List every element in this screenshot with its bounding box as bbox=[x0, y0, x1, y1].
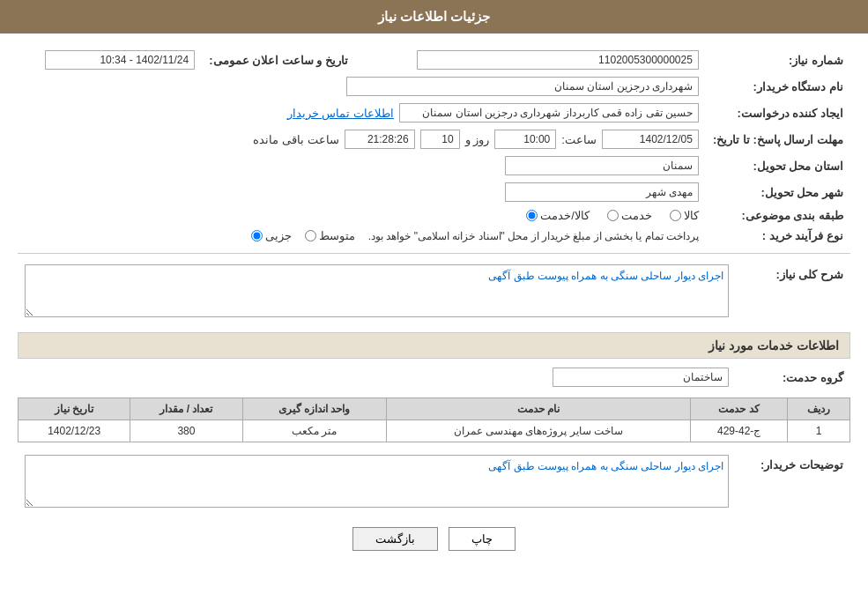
need-desc-textarea[interactable] bbox=[25, 264, 729, 317]
service-group-input[interactable] bbox=[553, 368, 729, 387]
creator-cell: اطلاعات تماس خریدار bbox=[18, 100, 706, 126]
deadline-remaining-label: ساعت باقی مانده bbox=[253, 133, 338, 146]
subject-kala-radio[interactable] bbox=[670, 210, 681, 221]
row-code: ج-42-429 bbox=[691, 420, 788, 442]
deadline-time-label: ساعت: bbox=[561, 133, 597, 146]
process-jozii-radio[interactable] bbox=[251, 230, 263, 241]
process-motavasset-label: متوسط bbox=[319, 229, 355, 242]
city-cell bbox=[18, 179, 706, 205]
creator-input[interactable] bbox=[399, 103, 699, 123]
process-jozii-item: جزیی bbox=[251, 229, 292, 242]
main-content: شماره نیاز: تاریخ و ساعت اعلان عمومی: نا… bbox=[0, 33, 868, 573]
service-group-cell bbox=[18, 364, 736, 390]
need-number-cell bbox=[373, 47, 706, 73]
creator-label: ایجاد کننده درخواست: bbox=[706, 100, 850, 126]
process-label: نوع فرآیند خرید : bbox=[706, 226, 850, 246]
process-notice: پرداخت تمام یا بخشی از مبلغ خریدار از مح… bbox=[368, 230, 699, 242]
deadline-remaining-input[interactable] bbox=[345, 130, 415, 149]
subject-label: طبقه بندی موضوعی: bbox=[706, 205, 850, 226]
process-cell: پرداخت تمام یا بخشی از مبلغ خریدار از مح… bbox=[18, 226, 706, 246]
subject-kala-khadamat-radio[interactable] bbox=[526, 210, 538, 221]
city-label: شهر محل تحویل: bbox=[706, 179, 850, 205]
subject-kala-khadamat-item: کالا/خدمت bbox=[526, 209, 590, 222]
col-measure-header: واحد اندازه گیری bbox=[242, 398, 386, 420]
page-title: جزئیات اطلاعات نیاز bbox=[378, 9, 490, 24]
subject-cell: کالا خدمت کالا/خدمت bbox=[18, 205, 706, 226]
announcement-cell bbox=[18, 47, 202, 73]
buyer-desc-textarea[interactable] bbox=[25, 455, 729, 508]
col-date-header: تاریخ نیاز bbox=[19, 398, 130, 420]
subject-khadamat-item: خدمت bbox=[607, 209, 652, 222]
deadline-time-input[interactable] bbox=[494, 130, 556, 149]
requester-org-input[interactable] bbox=[346, 77, 699, 96]
row-date: 1402/12/23 bbox=[19, 420, 130, 442]
subject-khadamat-label: خدمت bbox=[621, 209, 652, 222]
buyer-desc-label: توضیحات خریدار: bbox=[736, 451, 850, 514]
process-motavasset-item: متوسط bbox=[305, 229, 355, 242]
creator-contact-link[interactable]: اطلاعات تماس خریدار bbox=[287, 107, 394, 120]
subject-khadamat-radio[interactable] bbox=[607, 210, 619, 221]
service-group-table: گروه حدمت: bbox=[18, 364, 850, 390]
service-group-label: گروه حدمت: bbox=[736, 364, 850, 390]
process-jozii-label: جزیی bbox=[265, 229, 292, 242]
col-code-header: کد حدمت bbox=[691, 398, 788, 420]
page-container: جزئیات اطلاعات نیاز شماره نیاز: تاریخ و … bbox=[0, 0, 868, 609]
print-button[interactable]: چاپ bbox=[449, 527, 516, 551]
deadline-day-label: روز و bbox=[465, 133, 490, 146]
announcement-input[interactable] bbox=[45, 50, 195, 70]
page-header: جزئیات اطلاعات نیاز bbox=[0, 0, 868, 33]
row-quantity: 380 bbox=[130, 420, 242, 442]
process-motavasset-radio[interactable] bbox=[305, 230, 316, 241]
province-input[interactable] bbox=[505, 156, 699, 175]
province-label: استان محل تحویل: bbox=[706, 152, 850, 179]
deadline-days-input[interactable] bbox=[420, 130, 460, 149]
service-table: ردیف کد حدمت نام حدمت واحد اندازه گیری ت… bbox=[18, 397, 850, 442]
requester-org-label: نام دستگاه خریدار: bbox=[706, 73, 850, 100]
need-number-input[interactable] bbox=[417, 50, 699, 70]
need-desc-label: شرح کلی نیاز: bbox=[736, 261, 850, 323]
table-row: 1 ج-42-429 ساخت سایر پروژه‌های مهندسی عم… bbox=[19, 420, 850, 442]
subject-kala-label: کالا bbox=[684, 209, 699, 222]
requester-org-cell bbox=[18, 73, 706, 100]
province-cell bbox=[18, 152, 706, 179]
service-info-header: اطلاعات خدمات مورد نیاز bbox=[18, 332, 850, 359]
city-input[interactable] bbox=[505, 182, 699, 202]
row-name: ساخت سایر پروژه‌های مهندسی عمران bbox=[386, 420, 691, 442]
subject-kala-item: کالا bbox=[670, 209, 699, 222]
col-row-header: ردیف bbox=[787, 398, 849, 420]
row-num: 1 bbox=[787, 420, 849, 442]
info-table: شماره نیاز: تاریخ و ساعت اعلان عمومی: نا… bbox=[18, 47, 850, 246]
deadline-date-input[interactable] bbox=[602, 130, 699, 149]
subject-kala-khadamat-label: کالا/خدمت bbox=[540, 209, 590, 222]
col-quantity-header: تعداد / مقدار bbox=[130, 398, 242, 420]
need-number-label: شماره نیاز: bbox=[706, 47, 850, 73]
announcement-label: تاریخ و ساعت اعلان عمومی: bbox=[202, 47, 355, 73]
button-row: چاپ بازگشت bbox=[18, 527, 850, 551]
back-button[interactable]: بازگشت bbox=[352, 527, 438, 551]
deadline-cell: ساعت: روز و ساعت باقی مانده bbox=[18, 126, 706, 152]
col-name-header: نام حدمت bbox=[386, 398, 691, 420]
buyer-desc-cell bbox=[18, 451, 736, 514]
need-desc-cell bbox=[18, 261, 736, 323]
buyer-desc-table: توضیحات خریدار: bbox=[18, 451, 850, 514]
desc-table: شرح کلی نیاز: bbox=[18, 261, 850, 323]
deadline-label: مهلت ارسال پاسخ: تا تاریخ: bbox=[706, 126, 850, 152]
row-measure: متر مکعب bbox=[242, 420, 386, 442]
divider1 bbox=[18, 253, 850, 254]
